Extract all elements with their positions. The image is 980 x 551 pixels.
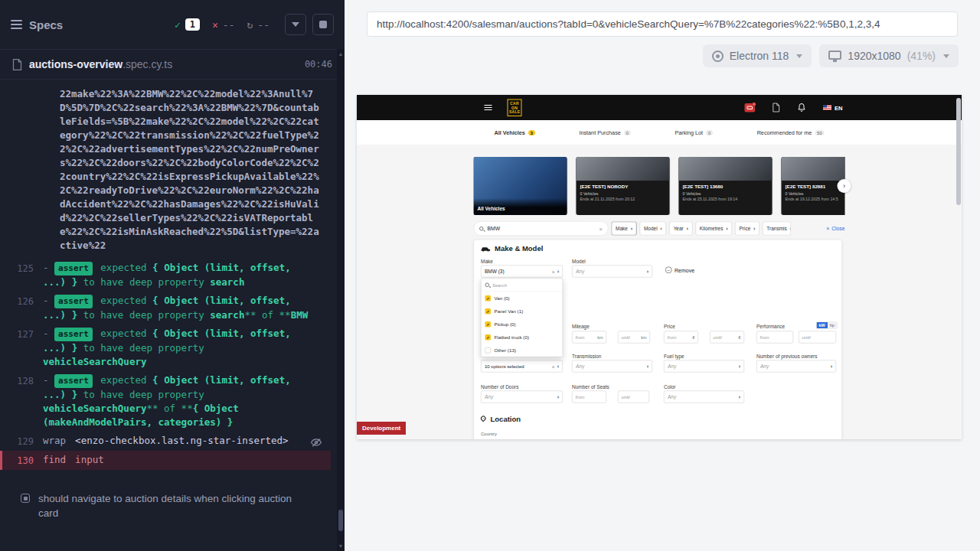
command-row-130[interactable]: 130findinput: [0, 451, 331, 470]
clear-icon[interactable]: ×: [552, 364, 555, 370]
clear-icon[interactable]: ×: [552, 269, 555, 275]
sort-arrows-icon: ▴▾: [753, 227, 755, 230]
fuel-type-select[interactable]: Any▴▾: [664, 360, 744, 373]
remove-button[interactable]: − Remove: [665, 267, 694, 274]
option-flatbed-truck-0-[interactable]: ✓Flatbed truck (0): [482, 331, 563, 344]
command-row-126[interactable]: 126- assert expected { Object (limit, of…: [0, 292, 331, 324]
chip-year[interactable]: Year▴▾: [669, 222, 692, 236]
viewport-selector[interactable]: 1920x1080 (41%): [819, 44, 959, 67]
doors-label: Number of Doors: [481, 384, 518, 390]
categories-select[interactable]: 10 options selected × ▴▾: [481, 360, 563, 373]
aut-url[interactable]: http://localhost:4200/salesman/auctions?…: [367, 11, 958, 37]
close-filters-button[interactable]: × Close: [826, 226, 844, 232]
checkbox-icon[interactable]: ✓: [485, 321, 492, 328]
next-test-title: should navigate to auction details when …: [38, 491, 303, 520]
stat-failed: ✕--: [212, 19, 234, 31]
tab-instant-purchase[interactable]: Instant Purchase0: [579, 129, 630, 135]
chip-kilometres[interactable]: Kilometres▴▾: [695, 222, 732, 236]
featured-auction-card[interactable]: All Vehicles: [474, 157, 567, 215]
stop-icon: [319, 21, 327, 28]
mileage-from-input[interactable]: fromkm: [572, 331, 606, 344]
checkbox-icon[interactable]: ✓: [485, 295, 492, 302]
tab-recommended-for-me[interactable]: Recommended for me50: [757, 129, 825, 135]
option-other-13-[interactable]: Other (13): [482, 344, 563, 357]
hp-option[interactable]: hp: [828, 322, 837, 328]
spec-duration: 00:46: [305, 59, 332, 70]
previous-owners-select[interactable]: Any▴▾: [756, 360, 836, 373]
specs-menu-button[interactable]: Specs: [11, 18, 63, 31]
eye-hidden-icon[interactable]: [311, 436, 322, 451]
model-select[interactable]: Any ▴▾: [572, 266, 652, 278]
command-row-129[interactable]: 129wrap<enzo-checkbox.last.ng-star-inser…: [0, 432, 331, 451]
clear-search-icon[interactable]: ×: [599, 226, 603, 232]
app-menu-icon[interactable]: [485, 105, 492, 110]
make-select[interactable]: BMW (3) × ▴▾: [481, 266, 563, 278]
auction-card[interactable]: [E2E TEST] NOBODY0 VehiclesEnds at 21.11…: [577, 157, 670, 215]
option-pickup-0-[interactable]: ✓Pickup (0): [482, 318, 563, 331]
spec-file-row[interactable]: auctions-overview.spec.cy.ts 00:46: [0, 49, 345, 80]
performance-label: Performance: [756, 324, 785, 330]
sort-arrows-icon: ▴▾: [687, 227, 688, 230]
tab-all-vehicles[interactable]: All Vehicles3: [495, 129, 535, 135]
dropdown-search-input[interactable]: Search: [482, 279, 563, 292]
auction-carousel: All Vehicles [E2E TEST] NOBODY0 Vehicles…: [474, 157, 845, 215]
scrollbar-thumb[interactable]: [956, 98, 961, 205]
stop-button[interactable]: [312, 14, 334, 35]
notifications-bell-icon[interactable]: [797, 103, 806, 112]
chip-label: Make: [616, 226, 628, 232]
checkbox-icon[interactable]: ✓: [485, 308, 492, 315]
auction-card[interactable]: [E2E TEST] 828810 VehiclesEnds at 19.12.…: [782, 157, 845, 215]
command-line-number: 129: [0, 434, 43, 448]
auction-card[interactable]: [E2E TEST] 136800 VehiclesEnds at 25.11.…: [679, 157, 773, 215]
option-label: Flatbed truck (0): [495, 334, 530, 340]
country-label: Country: [481, 432, 497, 437]
seats-until-input[interactable]: until: [618, 391, 649, 403]
checkbox-icon[interactable]: ✓: [485, 334, 492, 341]
next-test-item[interactable]: should navigate to auction details when …: [21, 491, 303, 520]
browser-selector[interactable]: Electron 118: [703, 44, 812, 67]
tab-label: Instant Purchase: [579, 129, 620, 135]
doors-select[interactable]: Any▴▾: [481, 391, 563, 403]
scroll-down-icon[interactable]: ▼: [337, 543, 345, 549]
performance-until-input[interactable]: until: [799, 331, 836, 344]
documents-icon[interactable]: [772, 103, 780, 112]
command-row-125[interactable]: 125- assert expected { Object (limit, of…: [0, 259, 331, 292]
command-row-128[interactable]: 128- assert expected { Object (limit, of…: [0, 371, 331, 432]
transmission-select[interactable]: Any▴▾: [572, 360, 652, 373]
kw-option[interactable]: kW: [817, 322, 828, 328]
tab-count-badge: 0: [706, 130, 713, 135]
scroll-up-icon[interactable]: ▲: [337, 51, 345, 57]
chip-transmis[interactable]: Transmis▴▾: [763, 222, 791, 236]
chip-make[interactable]: Make▴▾: [612, 222, 637, 236]
collapse-button[interactable]: [285, 14, 306, 35]
performance-from-input[interactable]: from: [756, 331, 793, 344]
vehicle-search-input[interactable]: BMW ×: [474, 221, 609, 236]
language-selector[interactable]: EN: [823, 104, 842, 111]
checkbox-icon[interactable]: [485, 347, 492, 354]
assert-badge: assert: [54, 295, 93, 308]
mileage-until-input[interactable]: untilkm: [618, 331, 650, 344]
sort-arrows-icon: ▴▾: [726, 227, 727, 230]
price-until-input[interactable]: until€: [710, 331, 744, 344]
auction-card-image: [577, 157, 670, 181]
chip-model[interactable]: Model▴▾: [639, 222, 666, 236]
command-row-127[interactable]: 127- assert expected { Object (limit, of…: [0, 324, 331, 371]
power-unit-toggle[interactable]: kW hp: [816, 322, 837, 329]
search-icon: [479, 227, 484, 231]
carousel-next-button[interactable]: ›: [838, 179, 851, 193]
app-scrollbar[interactable]: [956, 96, 961, 438]
price-from-input[interactable]: from€: [664, 331, 698, 344]
tab-parking-lot[interactable]: Parking Lot0: [675, 129, 713, 135]
seats-from-input[interactable]: from: [572, 391, 606, 403]
option-panel-van-1-[interactable]: ✓Panel Van (1): [482, 305, 563, 318]
chip-price[interactable]: Price▴▾: [735, 222, 760, 236]
option-van-0-[interactable]: ✓Van (0): [482, 292, 563, 305]
sidebar-scrollbar[interactable]: ▲ ▼: [337, 49, 345, 551]
vehicle-search-row: BMW × Make▴▾Model▴▾Year▴▾Kilometres▴▾Pri…: [474, 221, 845, 236]
live-auctions-icon[interactable]: [745, 103, 756, 112]
color-select[interactable]: Any▴▾: [664, 391, 744, 403]
app-logo[interactable]: CAR ON SALE: [508, 99, 522, 116]
cross-icon: ✕: [212, 19, 218, 31]
command-line-number: 130: [2, 453, 43, 468]
scrollbar-thumb[interactable]: [338, 510, 343, 531]
